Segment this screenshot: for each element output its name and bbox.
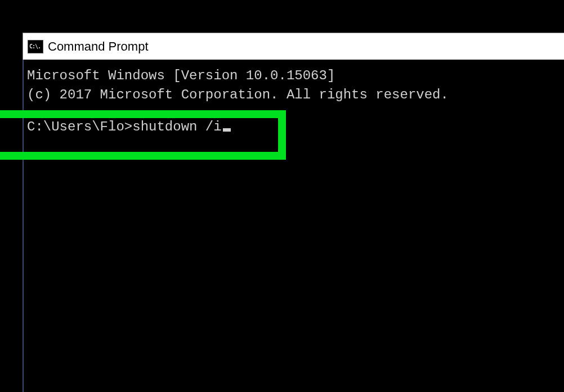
terminal-prompt: C:\Users\Flo>	[27, 119, 132, 134]
window-titlebar[interactable]: C:\. Command Prompt	[23, 33, 564, 60]
terminal-cursor	[223, 128, 231, 132]
terminal-output-line: (c) 2017 Microsoft Corporation. All righ…	[27, 85, 564, 105]
terminal-output-line: Microsoft Windows [Version 10.0.15063]	[27, 66, 564, 85]
terminal-area[interactable]: Microsoft Windows [Version 10.0.15063] (…	[23, 60, 564, 392]
command-prompt-window: C:\. Command Prompt Microsoft Windows [V…	[23, 33, 564, 392]
cmd-icon: C:\.	[28, 40, 43, 53]
terminal-command: shutdown /i	[132, 119, 221, 134]
terminal-prompt-line: C:\Users\Flo>shutdown /i	[27, 118, 564, 137]
cmd-icon-label: C:\.	[29, 43, 41, 49]
window-title: Command Prompt	[48, 39, 149, 54]
